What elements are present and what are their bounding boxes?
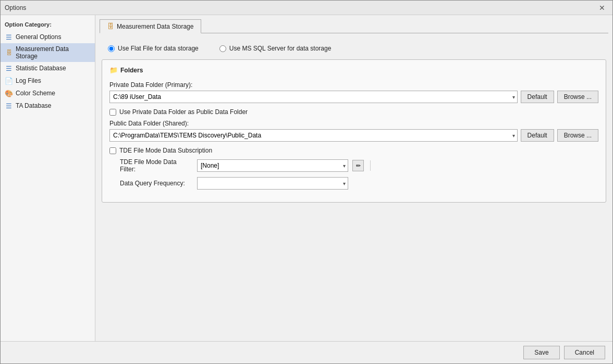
private-folder-row: C:\89 iUser_Data Default Browse ... — [109, 91, 598, 103]
palette-icon: 🎨 — [5, 89, 13, 97]
main-panel: 🗄 Measurement Data Storage Use Flat File… — [95, 15, 612, 341]
use-private-checkbox-text: Use Private Data Folder as Public Data F… — [119, 108, 248, 116]
radio-flat-file-label[interactable]: Use Flat File for data storage — [108, 45, 199, 52]
sidebar-item-label: General Options — [16, 33, 61, 41]
sidebar-item-general-options[interactable]: ☰ General Options — [1, 31, 95, 43]
tde-filter-dropdown[interactable]: [None] — [197, 159, 348, 172]
folders-section: 📁 Folders Private Data Folder (Primary):… — [102, 59, 606, 203]
sidebar-item-label: Measurement Data Storage — [16, 45, 91, 60]
sidebar-item-label: Log Files — [16, 77, 41, 84]
tab-measurement-data-storage[interactable]: 🗄 Measurement Data Storage — [100, 19, 201, 33]
sidebar-item-ta-database[interactable]: ☰ TA Database — [1, 99, 95, 112]
options-window: Options ✕ Option Category: ☰ General Opt… — [0, 0, 613, 364]
list-icon: ☰ — [5, 33, 13, 41]
radio-flat-file[interactable] — [108, 45, 115, 52]
cancel-button[interactable]: Cancel — [564, 346, 605, 359]
tde-divider — [370, 160, 371, 171]
public-folder-browse-button[interactable]: Browse ... — [557, 129, 598, 142]
tab-bar: 🗄 Measurement Data Storage — [100, 19, 608, 33]
sidebar-item-log-files[interactable]: 📄 Log Files — [1, 74, 95, 87]
tde-frequency-row: Data Query Frequency: — [109, 177, 598, 190]
folders-header: 📁 Folders — [109, 66, 598, 74]
private-folder-label: Private Data Folder (Primary): — [109, 81, 598, 89]
public-folder-dropdown[interactable]: C:\ProgramData\TEMS\TEMS Discovery\Publi… — [109, 129, 518, 142]
database-icon: 🗄 — [5, 48, 13, 57]
private-folder-dropdown-wrapper: C:\89 iUser_Data — [109, 91, 518, 103]
tde-filter-dropdown-wrapper: [None] — [197, 159, 348, 172]
sidebar-item-label: Statistic Database — [16, 65, 66, 72]
radio-group: Use Flat File for data storage Use MS SQ… — [100, 40, 608, 59]
titlebar: Options ✕ — [1, 1, 612, 15]
content-area: Option Category: ☰ General Options 🗄 Mea… — [1, 15, 612, 341]
tde-checkbox[interactable] — [109, 147, 116, 154]
database-tab-icon: 🗄 — [107, 22, 114, 30]
sidebar-item-color-scheme[interactable]: 🎨 Color Scheme — [1, 87, 95, 99]
sidebar: Option Category: ☰ General Options 🗄 Mea… — [1, 15, 95, 341]
close-button[interactable]: ✕ — [596, 3, 608, 13]
tde-section: TDE File Mode Data Subscription TDE File… — [109, 147, 598, 190]
save-button[interactable]: Save — [523, 346, 559, 359]
tde-frequency-dropdown-wrapper — [197, 177, 348, 190]
radio-sql-server-label[interactable]: Use MS SQL Server for data storage — [219, 45, 332, 52]
radio-sql-server-text: Use MS SQL Server for data storage — [229, 45, 332, 52]
private-folder-browse-button[interactable]: Browse ... — [557, 91, 598, 103]
private-folder-dropdown[interactable]: C:\89 iUser_Data — [109, 91, 518, 103]
sidebar-item-measurement-data-storage[interactable]: 🗄 Measurement Data Storage — [1, 43, 95, 62]
folders-label: Folders — [120, 67, 143, 74]
tde-frequency-dropdown[interactable] — [197, 177, 348, 190]
file-icon: 📄 — [5, 77, 13, 85]
public-folder-label: Public Data Folder (Shared): — [109, 120, 598, 127]
radio-flat-file-text: Use Flat File for data storage — [118, 45, 199, 52]
bottom-bar: Save Cancel — [1, 341, 612, 363]
tde-frequency-label: Data Query Frequency: — [120, 180, 193, 187]
private-folder-default-button[interactable]: Default — [521, 91, 554, 103]
tab-label: Measurement Data Storage — [117, 23, 193, 30]
radio-sql-server[interactable] — [219, 45, 226, 52]
list-icon: ☰ — [5, 64, 13, 72]
folder-icon: 📁 — [109, 66, 118, 74]
public-folder-row: C:\ProgramData\TEMS\TEMS Discovery\Publi… — [109, 129, 598, 142]
tde-checkbox-text: TDE File Mode Data Subscription — [119, 147, 212, 154]
sidebar-item-statistic-database[interactable]: ☰ Statistic Database — [1, 62, 95, 74]
public-folder-dropdown-wrapper: C:\ProgramData\TEMS\TEMS Discovery\Publi… — [109, 129, 518, 142]
sidebar-header: Option Category: — [1, 19, 95, 31]
tde-filter-label: TDE File Mode Data Filter: — [120, 158, 193, 173]
sidebar-item-label: Color Scheme — [16, 90, 55, 97]
tde-checkbox-label[interactable]: TDE File Mode Data Subscription — [109, 147, 598, 154]
list-icon: ☰ — [5, 102, 13, 110]
window-title: Options — [5, 4, 26, 11]
tde-filter-edit-button[interactable]: ✏ — [352, 160, 364, 171]
public-folder-default-button[interactable]: Default — [521, 129, 554, 142]
use-private-checkbox[interactable] — [109, 109, 116, 116]
tde-filter-row: TDE File Mode Data Filter: [None] ✏ — [109, 158, 598, 173]
use-private-checkbox-label[interactable]: Use Private Data Folder as Public Data F… — [109, 108, 598, 116]
sidebar-item-label: TA Database — [16, 102, 51, 109]
